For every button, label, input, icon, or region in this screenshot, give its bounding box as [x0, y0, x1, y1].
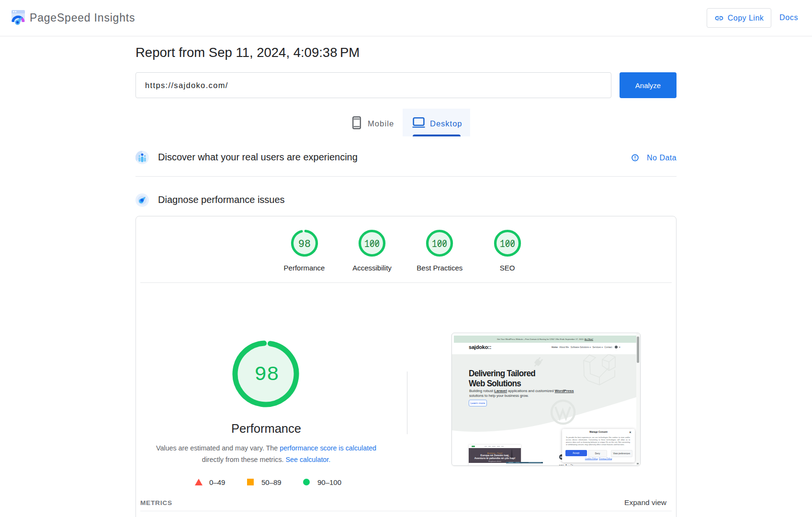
- svg-text:100: 100: [432, 238, 447, 250]
- svg-text:100: 100: [364, 238, 380, 250]
- svg-text:98: 98: [254, 363, 279, 386]
- svg-text:98: 98: [298, 238, 311, 250]
- svg-text:100: 100: [500, 238, 515, 250]
